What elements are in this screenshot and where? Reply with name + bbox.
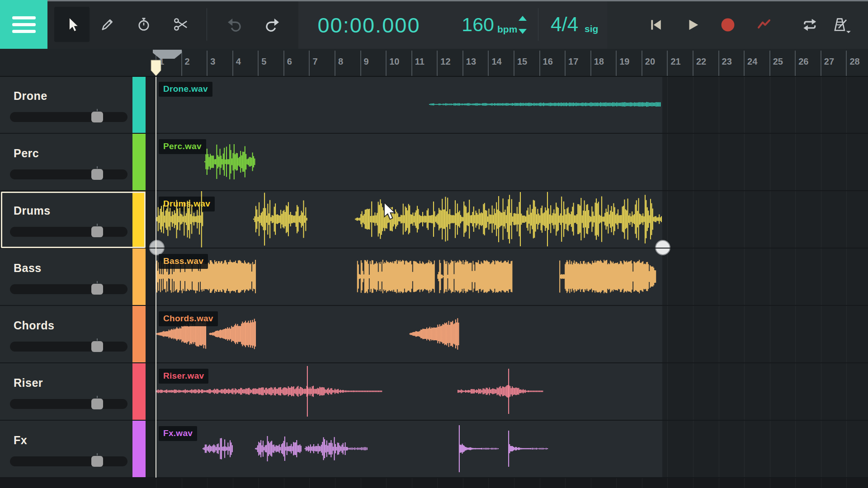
bar-grid-line: [361, 478, 361, 488]
bar-grid-line: [309, 478, 310, 488]
ruler-bar-number: 15: [517, 56, 527, 67]
ruler-bar-number: 25: [773, 56, 783, 67]
audio-clip-region[interactable]: [156, 363, 662, 420]
toolbar-divider: [538, 8, 538, 41]
bar-grid-line: [821, 76, 821, 478]
audio-clip-region[interactable]: [156, 76, 662, 133]
bar-grid-line: [846, 76, 847, 478]
audio-clip-region[interactable]: [156, 133, 662, 191]
bar-grid-line: [182, 478, 182, 488]
volume-slider-handle[interactable]: [91, 399, 103, 409]
metronome-button[interactable]: [831, 14, 852, 35]
ruler-bar-line: [590, 51, 591, 76]
volume-slider[interactable]: [10, 112, 127, 122]
bar-grid-line: [463, 478, 463, 488]
track-color-strip: [132, 248, 146, 305]
ruler-bar-line: [386, 51, 387, 76]
bar-grid-line: [770, 478, 770, 488]
record-button[interactable]: [717, 14, 738, 35]
automation-button[interactable]: [754, 14, 774, 35]
bpm-stepper[interactable]: [518, 15, 528, 35]
bar-grid-line: [616, 478, 617, 488]
hamburger-menu-button[interactable]: [0, 0, 47, 49]
volume-slider[interactable]: [10, 342, 127, 352]
ruler-bar-line: [514, 51, 514, 76]
toolbar: 00:00.000 160 bpm 4/4 sig: [0, 0, 868, 49]
bpm-stepper-down-icon[interactable]: [519, 29, 527, 34]
slider-tick: [97, 453, 98, 455]
bpm-value[interactable]: 160: [441, 14, 494, 36]
volume-slider[interactable]: [10, 284, 127, 294]
play-button[interactable]: [682, 14, 703, 35]
select-tool-button[interactable]: [54, 7, 90, 42]
track-header-riser[interactable]: Riser: [0, 363, 146, 420]
ruler-bar-line: [309, 51, 310, 76]
undo-button[interactable]: [217, 7, 252, 42]
clip-label: Drums.wav: [159, 197, 215, 211]
track-name: Drums: [14, 204, 51, 217]
volume-slider-handle[interactable]: [91, 226, 103, 237]
track-header-bass[interactable]: Bass: [0, 248, 146, 305]
volume-slider-handle[interactable]: [91, 112, 103, 122]
audio-clip-region[interactable]: [156, 420, 662, 478]
skip-to-start-button[interactable]: [645, 14, 666, 35]
ruler-bar-number: 9: [364, 56, 369, 67]
volume-slider-handle[interactable]: [91, 284, 103, 295]
clip-label: Riser.wav: [159, 369, 208, 384]
time-signature-value[interactable]: 4/4: [551, 13, 578, 36]
ruler-bar-line: [360, 51, 361, 76]
bar-grid-line: [744, 478, 745, 488]
track-header-drums[interactable]: Drums: [0, 191, 146, 248]
audio-clip-region[interactable]: [156, 248, 662, 305]
clip-label: Perc.wav: [159, 139, 206, 154]
playhead-flag[interactable]: [151, 60, 161, 76]
ruler-bar-number: 4: [236, 56, 241, 67]
bar-grid-line: [667, 478, 668, 488]
ruler-bar-number: 22: [696, 56, 706, 67]
stopwatch-icon: [136, 17, 151, 32]
timer-tool-button[interactable]: [126, 7, 161, 42]
volume-slider-handle[interactable]: [91, 169, 103, 180]
clip-label: Fx.wav: [159, 426, 197, 441]
track-row-separator: [0, 190, 868, 191]
bar-grid-line: [284, 478, 284, 488]
track-row-separator: [0, 477, 868, 478]
bar-grid-line: [258, 478, 259, 488]
time-display[interactable]: 00:00.000: [312, 13, 426, 38]
toolbar-divider: [207, 8, 207, 41]
track-header-fx[interactable]: Fx: [0, 420, 146, 478]
volume-slider[interactable]: [10, 456, 127, 466]
ruler-bar-line: [744, 51, 745, 76]
volume-slider[interactable]: [10, 227, 127, 237]
loop-region-bracket[interactable]: [153, 50, 182, 59]
draw-tool-button[interactable]: [90, 7, 125, 42]
bar-grid-line: [821, 478, 821, 488]
track-header-chords[interactable]: Chords: [0, 305, 146, 363]
ruler-bar-number: 11: [415, 56, 425, 67]
redo-button[interactable]: [255, 7, 290, 42]
volume-slider-handle[interactable]: [91, 341, 103, 352]
cut-tool-button[interactable]: [163, 7, 198, 42]
volume-slider-handle[interactable]: [91, 456, 103, 467]
arrangement-area[interactable]: [146, 76, 868, 478]
ruler-bar-number: 13: [466, 56, 476, 67]
playhead-group[interactable]: [149, 49, 190, 78]
record-icon: [720, 17, 736, 33]
bar-grid-line: [412, 478, 412, 488]
volume-slider[interactable]: [10, 169, 127, 179]
playhead-line: [156, 60, 156, 478]
audio-clip-region[interactable]: [156, 305, 662, 363]
clip-label: Bass.wav: [159, 254, 208, 269]
timeline-ruler[interactable]: 1234567891011121314151617181920212223242…: [0, 49, 868, 77]
ruler-bar-number: 3: [210, 56, 215, 67]
clip-label: Chords.wav: [159, 311, 218, 326]
track-header-drone[interactable]: Drone: [0, 76, 146, 133]
bar-grid-line: [233, 478, 233, 488]
audio-clip-region[interactable]: [156, 191, 662, 248]
loop-button[interactable]: [799, 14, 820, 35]
track-header-perc[interactable]: Perc: [0, 133, 146, 191]
bpm-stepper-up-icon[interactable]: [519, 16, 527, 21]
bar-grid-line: [667, 76, 668, 478]
volume-slider[interactable]: [10, 399, 127, 409]
bar-grid-line: [642, 478, 642, 488]
